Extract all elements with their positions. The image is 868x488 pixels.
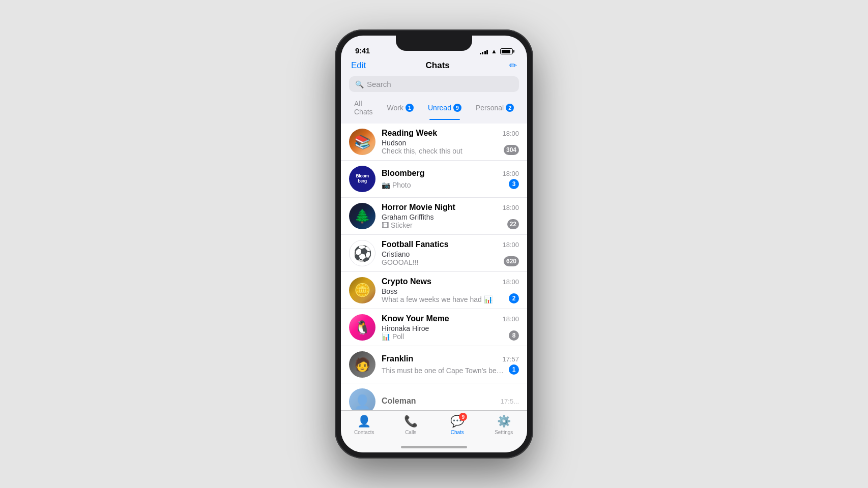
chat-item-reading-week[interactable]: 📚 Reading Week 18:00 Hudson Check this, … xyxy=(341,124,527,161)
chat-sub-row: Cristiano GOOOAL!!! 620 xyxy=(382,250,519,266)
signal-bar-1 xyxy=(480,53,481,54)
chat-top-row: Franklin 17:57 xyxy=(382,354,519,363)
page-title: Chats xyxy=(426,60,450,71)
unread-badge: 22 xyxy=(507,219,519,229)
chat-preview: Cristiano GOOOAL!!! xyxy=(382,250,500,266)
chat-sender: Cristiano xyxy=(382,250,500,258)
tab-work-badge: 1 xyxy=(406,104,414,112)
search-container: 🔍 Search xyxy=(341,76,527,97)
tab-bar-calls-label: Calls xyxy=(405,430,416,435)
chat-preview: Hironaka Hiroe 📊 Poll xyxy=(382,324,505,341)
chat-content-coleman: Coleman 17:5... xyxy=(382,396,519,407)
unread-badge: 2 xyxy=(509,293,519,303)
chat-name: Know Your Meme xyxy=(382,314,449,323)
tab-unread[interactable]: Unread 9 xyxy=(423,97,467,118)
unread-badge: 620 xyxy=(504,256,519,266)
chat-preview: 📷 Photo xyxy=(382,181,505,189)
chat-sub-row: Boss What a few weeks we have had 📊 2 xyxy=(382,287,519,303)
tab-personal[interactable]: Personal 2 xyxy=(471,97,519,118)
chat-name: Reading Week xyxy=(382,129,437,138)
avatar-reading-week: 📚 xyxy=(349,129,375,155)
chat-sub-row: Hudson Check this, check this out 304 xyxy=(382,139,519,155)
tab-bar-calls[interactable]: 📞 Calls xyxy=(388,415,435,435)
chat-item-crypto[interactable]: 🪙 Crypto News 18:00 Boss What a few week… xyxy=(341,272,527,309)
chat-item-meme[interactable]: 🐧 Know Your Meme 18:00 Hironaka Hiroe 📊 … xyxy=(341,309,527,346)
chat-top-row: Coleman 17:5... xyxy=(382,396,519,406)
chat-item-bloomberg[interactable]: Bloomberg Bloomberg 18:00 📷 Photo xyxy=(341,161,527,198)
tab-unread-label: Unread xyxy=(428,104,451,112)
chat-badge-wrapper: 620 xyxy=(504,256,519,266)
tab-bar-chats[interactable]: 💬 9 Chats xyxy=(434,415,481,435)
chat-sub-row: Hironaka Hiroe 📊 Poll 8 xyxy=(382,324,519,341)
tab-all-chats[interactable]: All Chats xyxy=(349,97,378,118)
avatar-franklin: 🧑 xyxy=(349,351,375,378)
chat-item-horror-movie[interactable]: 🌲 Horror Movie Night 18:00 Graham Griffi… xyxy=(341,198,527,235)
nav-header: Edit Chats ✏ xyxy=(341,58,527,76)
chat-preview: Hudson Check this, check this out xyxy=(382,139,500,155)
chat-message: Check this, check this out xyxy=(382,147,500,155)
status-time: 9:41 xyxy=(355,46,370,55)
chat-name: Crypto News xyxy=(382,277,431,286)
battery-icon xyxy=(500,48,513,54)
tab-personal-label: Personal xyxy=(476,104,504,112)
tab-bar-contacts[interactable]: 👤 Contacts xyxy=(341,415,388,435)
chat-sender: Graham Griffiths xyxy=(382,213,503,221)
edit-button[interactable]: Edit xyxy=(351,60,366,71)
chat-top-row: Football Fanatics 18:00 xyxy=(382,240,519,249)
contacts-icon: 👤 xyxy=(357,415,371,428)
chat-badge-wrapper: 1 xyxy=(509,364,519,375)
chat-name: Coleman xyxy=(382,396,416,406)
tab-bar-settings[interactable]: ⚙️ Settings xyxy=(481,415,528,435)
chat-item-franklin[interactable]: 🧑 Franklin 17:57 This must be one of Cap… xyxy=(341,346,527,383)
chat-message: What a few weeks we have had 📊 xyxy=(382,295,505,303)
avatar-horror: 🌲 xyxy=(349,203,375,229)
chat-preview: This must be one of Cape Town's best spo… xyxy=(382,367,505,375)
chat-top-row: Horror Movie Night 18:00 xyxy=(382,203,519,212)
chat-top-row: Reading Week 18:00 xyxy=(382,129,519,138)
chat-sender: Hudson xyxy=(382,139,500,147)
chat-list: 📚 Reading Week 18:00 Hudson Check this, … xyxy=(341,124,527,410)
search-input[interactable]: Search xyxy=(367,80,391,88)
unread-badge: 3 xyxy=(509,179,519,189)
filter-tabs: All Chats Work 1 Unread 9 Personal 2 xyxy=(341,97,527,124)
chat-name: Horror Movie Night xyxy=(382,203,455,212)
status-icons: ▲ xyxy=(480,48,513,55)
chat-content-football: Football Fanatics 18:00 Cristiano GOOOAL… xyxy=(382,240,519,266)
home-indicator xyxy=(401,446,467,448)
chat-item-coleman[interactable]: 👤 Coleman 17:5... xyxy=(341,383,527,410)
notch xyxy=(396,36,472,51)
signal-bar-2 xyxy=(482,52,483,54)
avatar-football: ⚽ xyxy=(349,240,375,266)
chat-item-football[interactable]: ⚽ Football Fanatics 18:00 Cristiano GOOO… xyxy=(341,235,527,272)
chat-time: 17:5... xyxy=(501,398,519,405)
chat-badge-wrapper: 2 xyxy=(509,293,519,303)
chats-icon: 💬 9 xyxy=(450,415,464,428)
chat-content-reading-week: Reading Week 18:00 Hudson Check this, ch… xyxy=(382,129,519,155)
unread-badge: 1 xyxy=(509,364,519,375)
battery-fill xyxy=(502,50,510,53)
chat-time: 18:00 xyxy=(502,315,519,323)
chat-top-row: Know Your Meme 18:00 xyxy=(382,314,519,323)
avatar-meme: 🐧 xyxy=(349,314,375,341)
chat-name: Bloomberg xyxy=(382,169,424,178)
chat-badge-wrapper: 8 xyxy=(509,330,519,341)
avatar-crypto: 🪙 xyxy=(349,277,375,303)
chat-message: GOOOAL!!! xyxy=(382,258,500,266)
avatar-coleman: 👤 xyxy=(349,388,375,410)
chat-name: Football Fanatics xyxy=(382,240,449,249)
phone-screen: 9:41 ▲ Edit Chats xyxy=(341,36,527,452)
settings-icon: ⚙️ xyxy=(497,415,511,428)
search-bar[interactable]: 🔍 Search xyxy=(349,76,519,92)
compose-button[interactable]: ✏ xyxy=(509,60,517,71)
signal-bar-3 xyxy=(484,51,486,54)
chat-message: 📊 Poll xyxy=(382,332,505,341)
search-icon: 🔍 xyxy=(355,80,364,88)
unread-badge: 8 xyxy=(509,330,519,341)
chat-sender: Hironaka Hiroe xyxy=(382,324,505,332)
chat-content-crypto: Crypto News 18:00 Boss What a few weeks … xyxy=(382,277,519,303)
signal-bars-icon xyxy=(480,48,488,54)
chat-top-row: Crypto News 18:00 xyxy=(382,277,519,286)
signal-bar-4 xyxy=(486,50,488,54)
chat-badge-wrapper: 22 xyxy=(507,219,519,229)
tab-work[interactable]: Work 1 xyxy=(382,97,419,118)
